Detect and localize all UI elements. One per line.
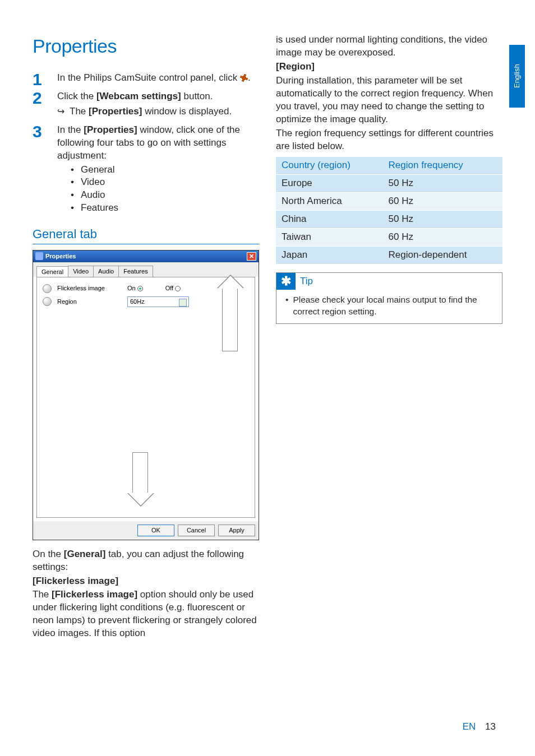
table-row: China50 Hz — [276, 211, 502, 229]
step-text: window is displayed. — [142, 106, 232, 117]
bullet: Video — [71, 176, 259, 189]
step-bold: [Properties] — [84, 124, 137, 135]
bullet: Features — [71, 202, 259, 215]
tip-label: Tip — [296, 275, 313, 288]
close-icon[interactable]: ✕ — [247, 252, 256, 261]
cell: 60 Hz — [383, 229, 502, 247]
step-1: In the Philips CamSuite control panel, c… — [33, 72, 259, 85]
step-3: In the [Properties] window, click one of… — [33, 124, 259, 215]
region-para-1: During installation, this parameter will… — [276, 75, 502, 126]
tab-general[interactable]: General — [36, 266, 68, 277]
tab-body: Flickerless image On Off Region 60Hz — [36, 277, 255, 518]
cell: Taiwan — [276, 229, 383, 247]
step-bold: [Properties] — [89, 106, 142, 117]
tip-text: Please check your local mains output to … — [293, 294, 496, 318]
cell: Region-dependent — [383, 247, 502, 265]
radio-off-label[interactable]: Off — [165, 284, 181, 293]
tip-box: ✱ Tip Please check your local mains outp… — [276, 272, 502, 324]
row-region: Region 60Hz — [43, 296, 249, 307]
row-label: Flickerless image — [57, 284, 122, 293]
region-heading: [Region] — [276, 61, 502, 73]
step-text: Click the — [57, 91, 96, 101]
tip-body: Please check your local mains output to … — [276, 290, 502, 323]
page-title: Properties — [33, 34, 259, 59]
cell: Europe — [276, 175, 383, 193]
left-column: Properties In the Philips CamSuite contr… — [33, 34, 259, 641]
step-text: In the Philips CamSuite control panel, c… — [57, 72, 240, 83]
table-row: North America60 Hz — [276, 193, 502, 211]
row-label: Region — [57, 298, 122, 306]
footer-lang: EN — [463, 721, 476, 732]
table-head-country: Country (region) — [276, 157, 383, 174]
tab-audio[interactable]: Audio — [93, 266, 119, 277]
step-bullets: General Video Audio Features — [57, 164, 259, 215]
annotation-arrow-up — [222, 284, 238, 351]
text: The — [33, 589, 52, 600]
radio-off[interactable] — [175, 286, 181, 291]
step-result: The [Properties] window is displayed. — [57, 105, 259, 118]
ok-button[interactable]: OK — [137, 525, 174, 536]
properties-window: Properties ✕ General Video Audio Feature… — [33, 250, 259, 540]
window-titlebar: Properties ✕ — [33, 251, 259, 262]
text: On the — [33, 549, 64, 559]
step-text: . — [248, 72, 251, 83]
text-bold: [General] — [64, 549, 106, 559]
step-text: button. — [181, 91, 213, 101]
step-text: The — [70, 106, 89, 117]
section-heading-general-tab: General tab — [33, 226, 259, 244]
region-para-2: The region frequency settings for differ… — [276, 127, 502, 153]
page-footer: EN 13 — [463, 721, 496, 734]
language-tab[interactable]: English — [509, 45, 525, 108]
footer-page-number: 13 — [485, 721, 496, 732]
region-frequency-table: Country (region) Region frequency Europe… — [276, 157, 502, 265]
bullet: Audio — [71, 189, 259, 202]
cell: 60 Hz — [383, 193, 502, 211]
table-head-freq: Region frequency — [383, 157, 502, 174]
cell: 50 Hz — [383, 175, 502, 193]
flicker-icon — [43, 284, 52, 293]
radio-on[interactable] — [137, 286, 143, 291]
cell: 50 Hz — [383, 211, 502, 229]
step-bold: [Webcam settings] — [96, 91, 181, 101]
tip-icon: ✱ — [276, 273, 296, 290]
button-row: OK Cancel Apply — [33, 521, 259, 540]
tab-video[interactable]: Video — [68, 266, 94, 277]
table-row: Europe50 Hz — [276, 175, 502, 193]
flickerless-heading: [Flickerless image] — [33, 575, 259, 588]
right-column: is used under normal lighting conditions… — [276, 34, 502, 641]
cell: China — [276, 211, 383, 229]
tip-header: ✱ Tip — [276, 273, 502, 290]
app-icon — [35, 252, 43, 260]
region-dropdown[interactable]: 60Hz — [127, 296, 189, 307]
below-window-text: On the [General] tab, you can adjust the… — [33, 548, 259, 641]
cell: Japan — [276, 247, 383, 265]
step-text: In the — [57, 124, 84, 135]
steps-list: In the Philips CamSuite control panel, c… — [33, 72, 259, 215]
cancel-button[interactable]: Cancel — [178, 525, 215, 536]
cell: North America — [276, 193, 383, 211]
tab-features[interactable]: Features — [118, 266, 153, 277]
radio-on-label[interactable]: On — [127, 284, 143, 293]
region-icon — [43, 297, 52, 306]
table-row: JapanRegion-dependent — [276, 247, 502, 265]
bullet: General — [71, 164, 259, 177]
continuation-text: is used under normal lighting conditions… — [276, 34, 502, 59]
step-2: Click the [Webcam settings] button. The … — [33, 90, 259, 118]
table-row: Taiwan60 Hz — [276, 229, 502, 247]
gear-icon — [240, 74, 248, 82]
text-bold: [Flickerless image] — [52, 589, 137, 600]
annotation-arrow-down — [132, 452, 148, 497]
apply-button[interactable]: Apply — [218, 525, 255, 536]
window-title: Properties — [45, 252, 76, 261]
